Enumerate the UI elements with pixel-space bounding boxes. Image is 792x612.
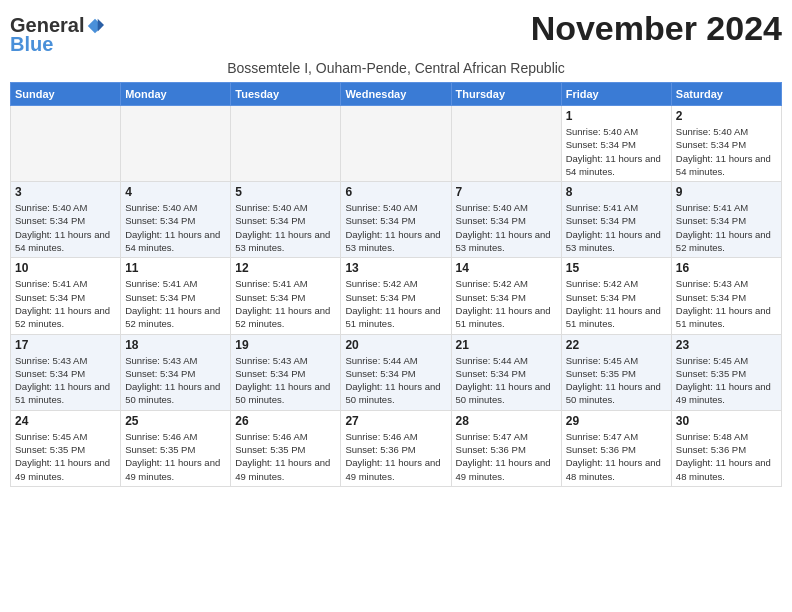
calendar-cell [11, 106, 121, 182]
daylight: Daylight: 11 hours and 50 minutes. [125, 381, 220, 405]
calendar-cell: 19 Sunrise: 5:43 AM Sunset: 5:34 PM Dayl… [231, 334, 341, 410]
sunset: Sunset: 5:34 PM [676, 292, 746, 303]
sunrise: Sunrise: 5:41 AM [235, 278, 307, 289]
sunset: Sunset: 5:34 PM [456, 368, 526, 379]
daylight: Daylight: 11 hours and 53 minutes. [345, 229, 440, 253]
sunrise: Sunrise: 5:46 AM [235, 431, 307, 442]
day-number: 9 [676, 185, 777, 199]
sunset: Sunset: 5:35 PM [15, 444, 85, 455]
day-info: Sunrise: 5:42 AM Sunset: 5:34 PM Dayligh… [345, 277, 446, 330]
daylight: Daylight: 11 hours and 52 minutes. [235, 305, 330, 329]
sunset: Sunset: 5:36 PM [676, 444, 746, 455]
day-number: 15 [566, 261, 667, 275]
sunrise: Sunrise: 5:41 AM [15, 278, 87, 289]
calendar-cell [451, 106, 561, 182]
daylight: Daylight: 11 hours and 51 minutes. [566, 305, 661, 329]
day-number: 2 [676, 109, 777, 123]
calendar-cell: 7 Sunrise: 5:40 AM Sunset: 5:34 PM Dayli… [451, 182, 561, 258]
daylight: Daylight: 11 hours and 50 minutes. [235, 381, 330, 405]
day-number: 8 [566, 185, 667, 199]
sunrise: Sunrise: 5:40 AM [676, 126, 748, 137]
sunrise: Sunrise: 5:42 AM [345, 278, 417, 289]
calendar-cell: 3 Sunrise: 5:40 AM Sunset: 5:34 PM Dayli… [11, 182, 121, 258]
day-number: 13 [345, 261, 446, 275]
day-info: Sunrise: 5:40 AM Sunset: 5:34 PM Dayligh… [345, 201, 446, 254]
calendar-cell: 25 Sunrise: 5:46 AM Sunset: 5:35 PM Dayl… [121, 410, 231, 486]
calendar-cell: 26 Sunrise: 5:46 AM Sunset: 5:35 PM Dayl… [231, 410, 341, 486]
calendar-header-friday: Friday [561, 83, 671, 106]
day-number: 7 [456, 185, 557, 199]
day-number: 10 [15, 261, 116, 275]
sunset: Sunset: 5:34 PM [15, 368, 85, 379]
day-number: 27 [345, 414, 446, 428]
daylight: Daylight: 11 hours and 54 minutes. [15, 229, 110, 253]
day-number: 12 [235, 261, 336, 275]
calendar-cell: 13 Sunrise: 5:42 AM Sunset: 5:34 PM Dayl… [341, 258, 451, 334]
daylight: Daylight: 11 hours and 54 minutes. [566, 153, 661, 177]
sunrise: Sunrise: 5:40 AM [125, 202, 197, 213]
day-number: 19 [235, 338, 336, 352]
daylight: Daylight: 11 hours and 49 minutes. [456, 457, 551, 481]
sunset: Sunset: 5:34 PM [345, 215, 415, 226]
sunrise: Sunrise: 5:45 AM [676, 355, 748, 366]
day-number: 21 [456, 338, 557, 352]
daylight: Daylight: 11 hours and 48 minutes. [566, 457, 661, 481]
calendar-cell: 2 Sunrise: 5:40 AM Sunset: 5:34 PM Dayli… [671, 106, 781, 182]
daylight: Daylight: 11 hours and 49 minutes. [15, 457, 110, 481]
day-info: Sunrise: 5:46 AM Sunset: 5:36 PM Dayligh… [345, 430, 446, 483]
day-number: 4 [125, 185, 226, 199]
day-number: 23 [676, 338, 777, 352]
logo: General Blue [10, 14, 104, 56]
sunrise: Sunrise: 5:41 AM [125, 278, 197, 289]
day-number: 3 [15, 185, 116, 199]
sunset: Sunset: 5:34 PM [566, 139, 636, 150]
day-info: Sunrise: 5:41 AM Sunset: 5:34 PM Dayligh… [15, 277, 116, 330]
sunset: Sunset: 5:34 PM [125, 292, 195, 303]
calendar-cell: 11 Sunrise: 5:41 AM Sunset: 5:34 PM Dayl… [121, 258, 231, 334]
calendar-cell: 5 Sunrise: 5:40 AM Sunset: 5:34 PM Dayli… [231, 182, 341, 258]
calendar-week-row: 1 Sunrise: 5:40 AM Sunset: 5:34 PM Dayli… [11, 106, 782, 182]
day-number: 30 [676, 414, 777, 428]
calendar-cell: 23 Sunrise: 5:45 AM Sunset: 5:35 PM Dayl… [671, 334, 781, 410]
calendar-cell: 10 Sunrise: 5:41 AM Sunset: 5:34 PM Dayl… [11, 258, 121, 334]
sunrise: Sunrise: 5:43 AM [235, 355, 307, 366]
day-info: Sunrise: 5:42 AM Sunset: 5:34 PM Dayligh… [456, 277, 557, 330]
day-info: Sunrise: 5:40 AM Sunset: 5:34 PM Dayligh… [566, 125, 667, 178]
day-number: 14 [456, 261, 557, 275]
calendar-cell: 18 Sunrise: 5:43 AM Sunset: 5:34 PM Dayl… [121, 334, 231, 410]
sunrise: Sunrise: 5:43 AM [676, 278, 748, 289]
sunset: Sunset: 5:34 PM [456, 292, 526, 303]
sunset: Sunset: 5:36 PM [566, 444, 636, 455]
day-number: 29 [566, 414, 667, 428]
day-number: 11 [125, 261, 226, 275]
daylight: Daylight: 11 hours and 48 minutes. [676, 457, 771, 481]
sunrise: Sunrise: 5:40 AM [566, 126, 638, 137]
day-info: Sunrise: 5:47 AM Sunset: 5:36 PM Dayligh… [456, 430, 557, 483]
sunset: Sunset: 5:34 PM [566, 215, 636, 226]
sunset: Sunset: 5:34 PM [345, 368, 415, 379]
sunset: Sunset: 5:34 PM [676, 139, 746, 150]
day-info: Sunrise: 5:45 AM Sunset: 5:35 PM Dayligh… [566, 354, 667, 407]
subtitle: Bossemtele I, Ouham-Pende, Central Afric… [10, 60, 782, 76]
calendar-cell: 6 Sunrise: 5:40 AM Sunset: 5:34 PM Dayli… [341, 182, 451, 258]
sunset: Sunset: 5:35 PM [566, 368, 636, 379]
day-info: Sunrise: 5:41 AM Sunset: 5:34 PM Dayligh… [125, 277, 226, 330]
day-info: Sunrise: 5:40 AM Sunset: 5:34 PM Dayligh… [15, 201, 116, 254]
sunrise: Sunrise: 5:46 AM [345, 431, 417, 442]
sunset: Sunset: 5:34 PM [15, 215, 85, 226]
calendar-cell: 14 Sunrise: 5:42 AM Sunset: 5:34 PM Dayl… [451, 258, 561, 334]
day-info: Sunrise: 5:43 AM Sunset: 5:34 PM Dayligh… [235, 354, 336, 407]
daylight: Daylight: 11 hours and 50 minutes. [456, 381, 551, 405]
calendar-cell [341, 106, 451, 182]
daylight: Daylight: 11 hours and 51 minutes. [456, 305, 551, 329]
day-info: Sunrise: 5:48 AM Sunset: 5:36 PM Dayligh… [676, 430, 777, 483]
daylight: Daylight: 11 hours and 50 minutes. [345, 381, 440, 405]
daylight: Daylight: 11 hours and 52 minutes. [676, 229, 771, 253]
day-number: 18 [125, 338, 226, 352]
day-info: Sunrise: 5:46 AM Sunset: 5:35 PM Dayligh… [125, 430, 226, 483]
daylight: Daylight: 11 hours and 53 minutes. [566, 229, 661, 253]
title-area: November 2024 [531, 10, 782, 47]
calendar-week-row: 24 Sunrise: 5:45 AM Sunset: 5:35 PM Dayl… [11, 410, 782, 486]
calendar-week-row: 10 Sunrise: 5:41 AM Sunset: 5:34 PM Dayl… [11, 258, 782, 334]
day-number: 16 [676, 261, 777, 275]
